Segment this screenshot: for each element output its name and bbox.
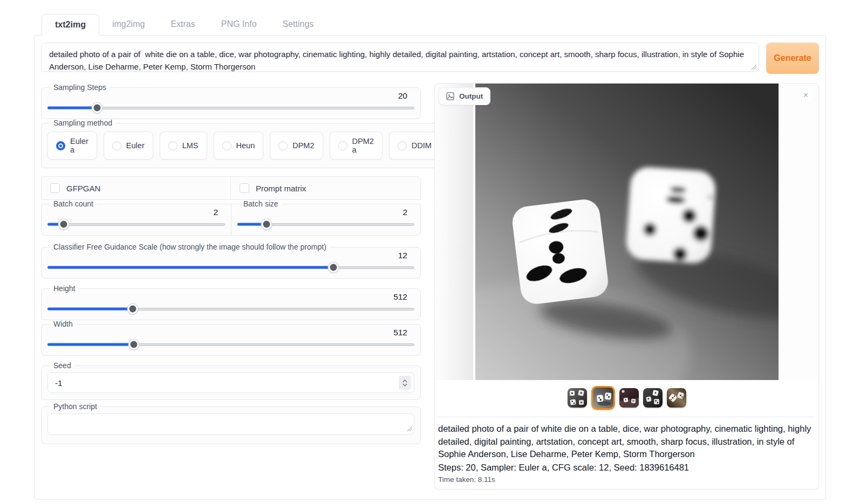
output-thumbnail-2-selected[interactable] bbox=[591, 386, 615, 410]
gfpgan-checkbox[interactable]: GFPGAN bbox=[42, 177, 231, 199]
cfg-scale-slider[interactable] bbox=[47, 262, 414, 273]
radio-heun[interactable]: Heun bbox=[214, 132, 264, 160]
sampling-method-label: Sampling method bbox=[50, 119, 115, 127]
height-slider[interactable] bbox=[47, 303, 414, 314]
radio-ddim[interactable]: DDIM bbox=[389, 132, 440, 160]
chevron-down-icon bbox=[402, 383, 407, 386]
tab-extras[interactable]: Extras bbox=[158, 14, 208, 35]
toggles-group: GFPGAN Prompt matrix bbox=[41, 176, 421, 200]
slider-handle[interactable] bbox=[58, 219, 69, 230]
output-label-text: Output bbox=[459, 92, 483, 100]
radio-dpm2[interactable]: DPM2 bbox=[270, 132, 323, 160]
slider-fill bbox=[47, 266, 333, 269]
settings-column: Sampling Steps 20 Sampling method Euler … bbox=[41, 83, 421, 444]
sampling-steps-label: Sampling Steps bbox=[50, 83, 110, 92]
seed-label: Seed bbox=[50, 361, 74, 370]
sampling-method-options: Euler a Euler LMS Heun DPM2 DPM2 a DDIM … bbox=[47, 128, 499, 162]
stage-left-gradient bbox=[435, 84, 473, 380]
script-wrap bbox=[47, 411, 414, 437]
prompt-matrix-checkbox[interactable]: Prompt matrix bbox=[231, 177, 420, 199]
radio-label: DPM2 a bbox=[352, 137, 374, 154]
output-parameters: Steps: 20, Sampler: Euler a, CFG scale: … bbox=[438, 462, 815, 473]
batch-size-field: Batch size 2 bbox=[231, 199, 421, 236]
output-thumbnail-1[interactable] bbox=[568, 388, 587, 408]
slider-fill bbox=[47, 107, 97, 109]
slider-handle[interactable] bbox=[262, 219, 272, 230]
radio-label: Heun bbox=[236, 141, 255, 150]
gfpgan-label: GFPGAN bbox=[66, 184, 100, 193]
python-script-field: Python script bbox=[41, 402, 421, 444]
height-value: 512 bbox=[47, 292, 414, 302]
resize-handle-icon[interactable] bbox=[750, 62, 756, 72]
python-script-label: Python script bbox=[50, 402, 100, 411]
output-info: detailed photo of a pair of white die on… bbox=[438, 417, 815, 486]
radio-label: LMS bbox=[182, 141, 199, 150]
radio-label: DPM2 bbox=[292, 141, 314, 150]
generated-image[interactable] bbox=[475, 84, 779, 380]
batch-size-slider[interactable] bbox=[237, 219, 414, 230]
batch-count-value: 2 bbox=[47, 208, 225, 217]
prompt-box: detailed photo of a pair of white die on… bbox=[41, 43, 759, 74]
output-tab-label: Output bbox=[439, 87, 490, 105]
slider-fill bbox=[47, 308, 133, 310]
checkbox-icon bbox=[50, 183, 60, 193]
radio-icon bbox=[398, 141, 407, 150]
resize-handle-icon[interactable] bbox=[406, 424, 412, 433]
slider-track bbox=[47, 107, 414, 109]
output-panel: Output × bbox=[434, 83, 819, 489]
batch-group: Batch count 2 Batch size 2 bbox=[41, 199, 421, 236]
tab-bar: txt2img img2img Extras PNG Info Settings bbox=[34, 14, 826, 35]
radio-label: Euler a bbox=[70, 137, 88, 154]
output-thumbnail-4[interactable] bbox=[643, 388, 663, 408]
chevron-up-icon bbox=[402, 379, 407, 383]
slider-handle[interactable] bbox=[128, 340, 139, 350]
radio-icon bbox=[338, 141, 347, 150]
generate-button[interactable]: Generate bbox=[766, 43, 819, 74]
tab-txt2img[interactable]: txt2img bbox=[42, 14, 99, 36]
radio-icon bbox=[168, 141, 178, 150]
height-label: Height bbox=[50, 284, 78, 293]
radio-euler-a[interactable]: Euler a bbox=[47, 132, 97, 160]
batch-count-field: Batch count 2 bbox=[41, 199, 231, 236]
slider-track bbox=[47, 223, 225, 226]
width-slider[interactable] bbox=[47, 339, 414, 350]
radio-euler[interactable]: Euler bbox=[104, 132, 153, 160]
seed-field: Seed bbox=[41, 361, 421, 400]
tab-png-info[interactable]: PNG Info bbox=[208, 14, 270, 35]
radio-icon bbox=[112, 141, 121, 150]
radio-icon bbox=[56, 141, 65, 150]
output-time-taken: Time taken: 8.11s bbox=[438, 475, 815, 484]
image-stage bbox=[435, 84, 818, 380]
close-output-button[interactable]: × bbox=[800, 89, 812, 102]
radio-dpm2-a[interactable]: DPM2 a bbox=[330, 132, 383, 160]
batch-size-value: 2 bbox=[237, 208, 414, 217]
sampling-steps-value: 20 bbox=[47, 91, 414, 101]
tab-settings[interactable]: Settings bbox=[270, 14, 327, 35]
thumbnail-strip bbox=[435, 385, 818, 410]
sampling-steps-slider[interactable] bbox=[47, 102, 414, 113]
checkbox-icon bbox=[240, 183, 249, 193]
output-thumbnail-5[interactable] bbox=[667, 388, 686, 408]
slider-fill bbox=[47, 343, 134, 346]
radio-label: DDIM bbox=[412, 141, 432, 150]
width-value: 512 bbox=[47, 328, 414, 337]
sampling-steps-field: Sampling Steps 20 bbox=[41, 83, 421, 119]
image-icon bbox=[446, 92, 454, 100]
cfg-scale-value: 12 bbox=[47, 251, 414, 260]
output-thumbnail-3[interactable] bbox=[619, 388, 639, 408]
batch-size-label: Batch size bbox=[240, 199, 282, 208]
seed-input[interactable] bbox=[47, 372, 414, 393]
number-stepper[interactable] bbox=[399, 376, 411, 390]
radio-lms[interactable]: LMS bbox=[160, 132, 207, 160]
slider-handle[interactable] bbox=[128, 304, 138, 314]
prompt-matrix-label: Prompt matrix bbox=[256, 184, 306, 193]
batch-count-slider[interactable] bbox=[47, 219, 225, 230]
python-script-input[interactable] bbox=[47, 413, 414, 435]
slider-handle[interactable] bbox=[329, 263, 339, 273]
tab-img2img[interactable]: img2img bbox=[99, 14, 158, 35]
cfg-scale-field: Classifier Free Guidance Scale (how stro… bbox=[41, 243, 421, 279]
width-field: Width 512 bbox=[41, 320, 421, 356]
slider-handle[interactable] bbox=[92, 103, 103, 113]
app-root: txt2img img2img Extras PNG Info Settings… bbox=[34, 14, 826, 500]
prompt-input[interactable]: detailed photo of a pair of white die on… bbox=[41, 43, 759, 72]
